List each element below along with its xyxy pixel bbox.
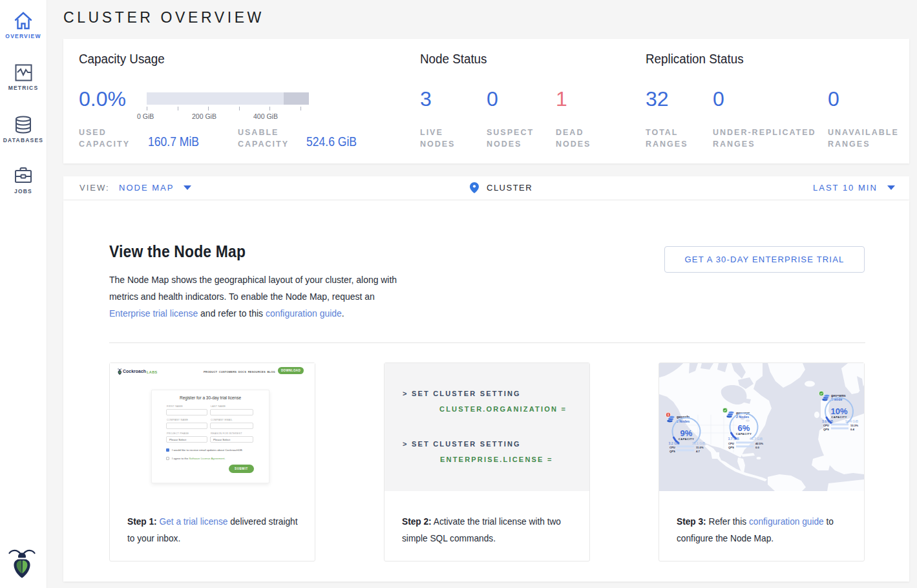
svg-text:3.6 GiB: 3.6 GiB xyxy=(822,419,834,423)
svg-text:11.0%: 11.0% xyxy=(696,446,704,449)
svg-text:CPU: CPU xyxy=(823,424,829,427)
svg-text:45.7 GiB: 45.7 GiB xyxy=(750,437,763,441)
svg-text:CAPACITY: CAPACITY xyxy=(831,415,847,419)
svg-text:CAPACITY: CAPACITY xyxy=(679,437,694,441)
svg-text:2 Nodes: 2 Nodes xyxy=(736,415,749,419)
svg-text:QPS: QPS xyxy=(823,428,829,431)
svg-text:QPS: QPS xyxy=(669,450,675,453)
svg-text:0.4: 0.4 xyxy=(850,428,854,431)
svg-text:0.0: 0.0 xyxy=(755,446,759,449)
svg-text:3.2 GiB: 3.2 GiB xyxy=(669,441,680,445)
svg-text:CAPACITY: CAPACITY xyxy=(736,432,752,436)
svg-text:34.4 GiB: 34.4 GiB xyxy=(845,419,859,423)
svg-text:CPU: CPU xyxy=(669,446,675,449)
svg-text:35.1 GiB: 35.1 GiB xyxy=(692,441,706,445)
svg-text:42.5%: 42.5% xyxy=(755,442,763,445)
svg-text:3.7 GiB: 3.7 GiB xyxy=(728,437,740,441)
svg-text:geo=ams: geo=ams xyxy=(831,394,846,397)
svg-text:4.7: 4.7 xyxy=(696,450,700,453)
svg-text:CPU: CPU xyxy=(728,442,734,445)
svg-text:13.3%: 13.3% xyxy=(850,424,858,427)
svg-text:6%: 6% xyxy=(738,423,750,433)
svg-text:QPS: QPS xyxy=(728,446,734,449)
